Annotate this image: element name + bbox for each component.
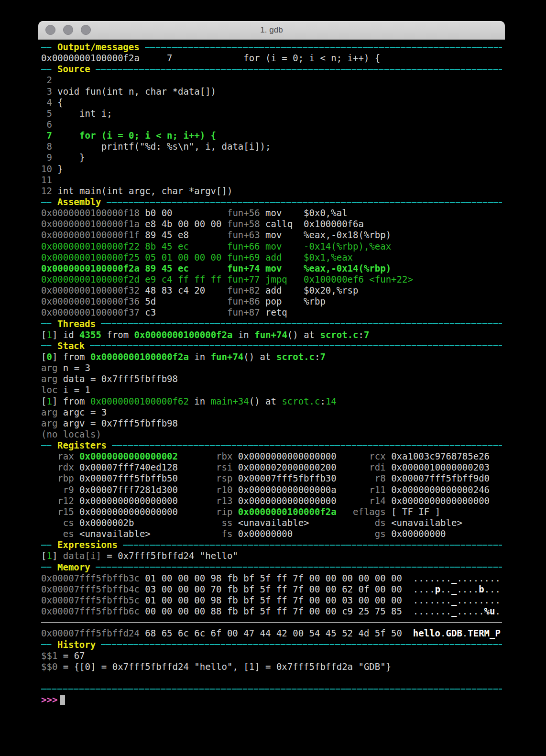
text-segment: add $0x20,%rsp: [260, 285, 359, 296]
text-segment: 6: [41, 119, 52, 130]
expression-1: [1] data[i] = 0x7fff5fbffd24 "hello": [41, 550, 502, 561]
reg-row-5: r12 0x0000000000000000 r13 0x00000000000…: [41, 495, 502, 506]
text-segment: rbp: [41, 473, 79, 483]
text-segment: 0x00007fff5fbffb30: [238, 473, 337, 483]
text-segment: 5: [41, 108, 52, 119]
text-segment: ....: [457, 584, 479, 594]
text-segment: 1: [46, 329, 52, 340]
text-segment: printf("%d: %s\n", i, data[i]);: [52, 141, 271, 152]
text-segment: 0x0000000100000f1a: [41, 219, 140, 229]
text-segment: main+34: [211, 396, 249, 406]
text-segment: 7: [364, 329, 369, 340]
stack-no-locals: (no locals): [41, 429, 502, 440]
source-line-12: 12 int main(int argc, char *argv[]): [41, 186, 502, 197]
source-line-11: 11: [41, 175, 502, 186]
text-segment: 00 00 00 00 88 fb bf 5f ff 7f 00 00 c9 2…: [140, 606, 413, 616]
text-segment: }: [52, 164, 63, 174]
text-segment: ........: [457, 595, 501, 605]
source-line-6: 6: [41, 119, 502, 130]
text-segment: .: [462, 628, 468, 638]
reg-row-6: r15 0x0000000000000000 rip 0x00000001000…: [41, 506, 502, 517]
text-segment: $$0: [41, 661, 57, 672]
text-segment: r8: [337, 473, 391, 483]
text-segment: () at: [249, 396, 282, 406]
text-segment: in: [189, 351, 211, 362]
text-segment: 3: [41, 86, 52, 97]
text-segment: 7: [320, 351, 325, 362]
window-titlebar: 1. gdb: [38, 21, 505, 40]
text-segment: r13: [178, 495, 238, 506]
section-stack: Stack: [41, 340, 502, 351]
text-segment: ....: [413, 584, 435, 594]
text-cursor[interactable]: [60, 695, 65, 705]
text-segment: 2: [41, 75, 52, 85]
text-segment: () at: [243, 351, 276, 362]
text-segment: scrot.c: [282, 396, 320, 406]
text-segment: 8: [41, 141, 52, 152]
text-segment: 0x0000000100000f1f: [41, 230, 140, 240]
divider-dash-icon: [90, 345, 502, 346]
divider-dash-icon: [123, 545, 502, 546]
source-line-4: 4 {: [41, 97, 502, 108]
text-segment: () at: [287, 329, 320, 340]
text-segment: i = 1: [57, 384, 90, 395]
text-segment: r12: [41, 495, 79, 506]
reg-row-3: rbp 0x00007fff5fbffb50 rsp 0x00007fff5fb…: [41, 473, 502, 484]
section-label: Assembly: [57, 197, 101, 208]
command-prompt[interactable]: >>>: [41, 694, 502, 705]
text-segment: r10: [178, 484, 238, 495]
section-label: Source: [57, 64, 90, 75]
divider-dash-icon: [107, 202, 502, 203]
text-segment: fun+74: [211, 351, 244, 362]
source-line-9: 9 }: [41, 152, 502, 163]
text-segment: rdx: [41, 462, 79, 472]
text-segment: 0x0000000100000f22 8b 45 ec fun+66 mov -…: [41, 241, 391, 252]
text-segment: gs: [293, 528, 391, 539]
text-segment: 0x0000000000000000: [79, 495, 178, 506]
text-segment: 0x0000020000000200: [238, 462, 337, 472]
text-segment: 7 for (i = 0; i < n; i++) {: [41, 130, 216, 141]
section-registers: Registers: [41, 440, 502, 451]
text-segment: 0x00007fff5fbff9d0: [391, 473, 490, 483]
text-segment: hello: [413, 628, 440, 638]
section-threads: Threads: [41, 318, 502, 329]
divider-dash-icon: [101, 323, 502, 324]
history-0: $$0 = {[0] = 0x7fff5fbffd24 "hello", [1]…: [41, 661, 502, 672]
divider-dash-icon: [96, 69, 502, 70]
text-segment: 0x0000000000000000: [79, 506, 178, 517]
stack-frame-1: [1] from 0x0000000100000f62 in main+34()…: [41, 396, 502, 407]
text-segment: 0x00007fff740ed128: [79, 462, 178, 472]
text-segment: [: [41, 351, 46, 362]
text-segment: pop %rbp: [260, 296, 326, 307]
text-segment: int main(int argc, char *argv[]): [52, 186, 233, 196]
window-title: 1. gdb: [38, 21, 505, 39]
text-segment: 4355: [79, 329, 101, 340]
text-segment: es: [41, 528, 79, 539]
text-segment: [: [41, 396, 46, 406]
text-segment: %u: [484, 606, 495, 616]
text-segment: TERM_P: [468, 628, 501, 638]
section-source: Source: [41, 64, 502, 75]
asm-line-fun87: 0x0000000100000f37 c3 fun+87 retq: [41, 307, 502, 318]
text-segment: 0x0000000100000f2a 89 45 ec fun+74 mov %…: [41, 263, 391, 274]
text-segment: 0x00007fff5fbffb50: [79, 473, 178, 483]
text-segment: arg: [41, 373, 57, 384]
reg-row-7: cs 0x0000002b ss <unavailable> ds <unava…: [41, 517, 502, 528]
divider-dash-icon: [41, 567, 52, 568]
text-segment: 0x0000010000000203: [391, 462, 490, 472]
section-label: Registers: [57, 440, 107, 451]
terminal-screen[interactable]: Output/messages0x0000000100000f2a 7 for …: [38, 40, 505, 724]
memory-row-5: 0x00007fff5fbffd24 68 65 6c 6c 6f 00 47 …: [41, 628, 502, 639]
reg-row-2: rdx 0x00007fff740ed128 rsi 0x00000200000…: [41, 462, 502, 473]
text-segment: ...: [484, 584, 501, 594]
text-segment: :: [359, 329, 364, 340]
text-segment: 1: [46, 550, 52, 561]
history-1: $$1 = 67: [41, 650, 502, 661]
asm-line-fun58: 0x0000000100000f1a e8 4b 00 00 00 fun+58…: [41, 219, 502, 230]
divider-dash-icon: [145, 47, 502, 48]
asm-line-fun63: 0x0000000100000f1f 89 45 e8 fun+63 mov %…: [41, 230, 502, 241]
text-segment: 01 00 00 00 98 fb bf 5f ff 7f 00 00 00 0…: [140, 573, 413, 583]
text-segment: 0x00007fff7281d300: [79, 484, 178, 495]
section-output-messages: Output/messages: [41, 42, 502, 53]
text-segment: 0: [46, 351, 52, 362]
